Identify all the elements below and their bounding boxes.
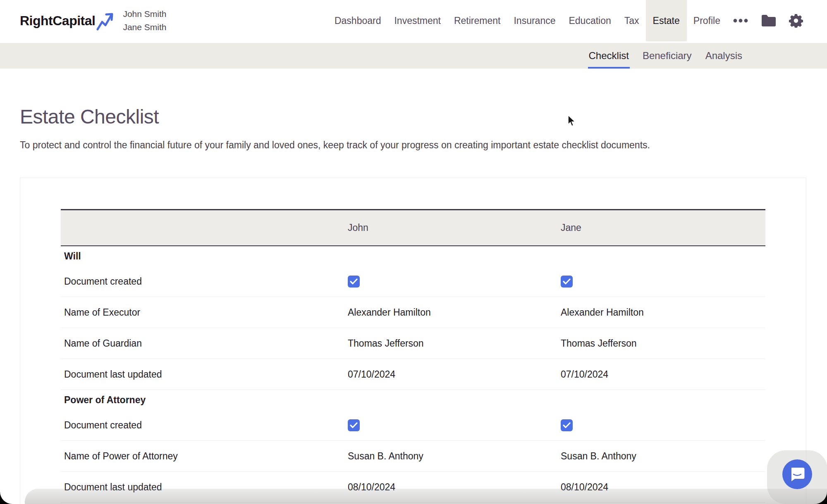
table-row: Name of Power of AttorneySusan B. Anthon…: [61, 441, 765, 472]
nav-icon-group: [733, 14, 803, 28]
table-row: Name of ExecutorAlexander HamiltonAlexan…: [61, 297, 765, 328]
top-nav: RightCapital John Smith Jane Smith Dashb…: [0, 0, 827, 41]
tab-beneficiary[interactable]: Beneficiary: [643, 43, 692, 69]
jane-value: Susan B. Anthony: [561, 451, 636, 461]
john-value: 07/10/2024: [348, 369, 395, 380]
brand-logo[interactable]: RightCapital: [20, 13, 95, 29]
jane-value: Alexander Hamilton: [561, 307, 644, 318]
nav-item-education[interactable]: Education: [562, 0, 617, 41]
table-header-row: John Jane: [61, 209, 765, 246]
table-row: Name of GuardianThomas JeffersonThomas J…: [61, 328, 765, 359]
chat-launcher-button[interactable]: [782, 459, 812, 489]
section-row: Power of Attorney: [61, 390, 765, 410]
estate-sub-nav: Checklist Beneficiary Analysis: [0, 43, 827, 69]
row-label: Name of Executor: [61, 307, 348, 318]
john-checkbox[interactable]: [348, 419, 360, 431]
page-description: To protect and control the financial fut…: [20, 140, 827, 151]
nav-item-profile[interactable]: Profile: [687, 0, 727, 41]
table-row: Document created: [61, 410, 765, 441]
section-title: Will: [61, 251, 348, 262]
john-value: Susan B. Anthony: [348, 451, 423, 461]
nav-item-retirement[interactable]: Retirement: [447, 0, 507, 41]
nav-item-tax[interactable]: Tax: [618, 0, 646, 41]
jane-value: Thomas Jefferson: [561, 338, 637, 349]
row-label: Name of Power of Attorney: [61, 451, 348, 462]
row-label: Name of Guardian: [61, 338, 348, 349]
table-body: WillDocument createdName of ExecutorAlex…: [61, 246, 765, 503]
nav-item-investment[interactable]: Investment: [387, 0, 447, 41]
chat-bubble-icon: [789, 466, 805, 483]
table-row: Document last updated07/10/202407/10/202…: [61, 359, 765, 390]
section-title: Power of Attorney: [61, 395, 348, 406]
john-value: 08/10/2024: [348, 482, 395, 492]
client-name-secondary: Jane Smith: [123, 21, 166, 34]
row-label: Document created: [61, 276, 348, 287]
page-content: Estate Checklist To protect and control …: [0, 69, 827, 504]
table-row: Document created: [61, 266, 765, 297]
john-value: Thomas Jefferson: [348, 338, 424, 349]
checklist-card: John Jane WillDocument createdName of Ex…: [20, 178, 806, 504]
page-title: Estate Checklist: [20, 105, 827, 128]
trend-arrow-icon: [96, 12, 115, 33]
table-row: Document last updated08/10/202408/10/202…: [61, 472, 765, 503]
john-value: Alexander Hamilton: [348, 307, 431, 318]
section-row: Will: [61, 246, 765, 266]
column-header-john: John: [348, 222, 561, 233]
jane-value: 08/10/2024: [561, 482, 608, 492]
jane-value: 07/10/2024: [561, 369, 608, 380]
app-window: RightCapital John Smith Jane Smith Dashb…: [0, 0, 827, 504]
john-checkbox[interactable]: [348, 276, 360, 288]
nav-item-estate[interactable]: Estate: [646, 0, 687, 41]
jane-checkbox[interactable]: [561, 419, 573, 431]
nav-item-dashboard[interactable]: Dashboard: [328, 0, 388, 41]
ellipsis-icon[interactable]: [733, 18, 748, 23]
folder-icon[interactable]: [761, 14, 777, 27]
column-header-jane: Jane: [561, 222, 765, 233]
row-label: Document last updated: [61, 482, 348, 493]
gear-icon[interactable]: [789, 14, 803, 28]
nav-item-insurance[interactable]: Insurance: [507, 0, 562, 41]
row-label: Document created: [61, 420, 348, 431]
main-nav: Dashboard Investment Retirement Insuranc…: [328, 0, 727, 41]
jane-checkbox[interactable]: [561, 276, 573, 288]
tab-checklist[interactable]: Checklist: [589, 43, 629, 69]
brand: RightCapital John Smith Jane Smith: [0, 7, 167, 34]
checklist-table: John Jane WillDocument createdName of Ex…: [61, 209, 765, 503]
client-name-primary: John Smith: [123, 7, 166, 21]
client-names[interactable]: John Smith Jane Smith: [123, 7, 166, 34]
row-label: Document last updated: [61, 369, 348, 380]
tab-analysis[interactable]: Analysis: [705, 43, 742, 69]
